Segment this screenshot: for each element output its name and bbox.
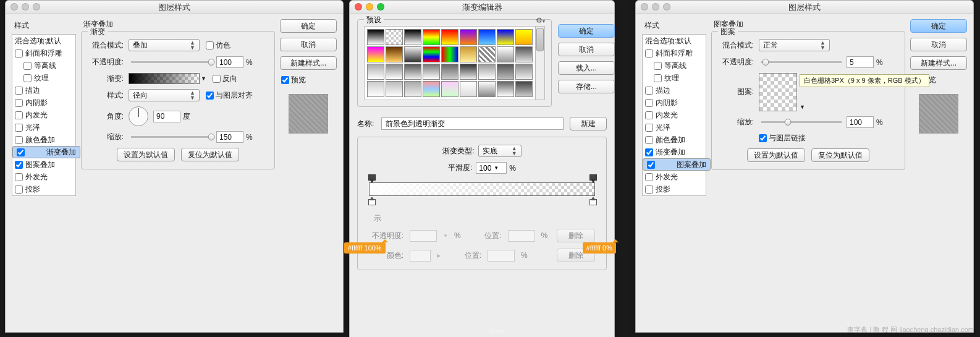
pattern-swatch[interactable] (759, 73, 797, 111)
load-button[interactable]: 载入... (558, 61, 615, 75)
traffic-zoom-icon[interactable] (33, 3, 40, 11)
traffic-zoom-icon[interactable] (377, 3, 384, 11)
sidebar-item[interactable]: 图案叠加 (643, 158, 711, 171)
preset-swatch[interactable] (404, 64, 421, 80)
preset-swatch[interactable] (404, 81, 421, 97)
scrollbar[interactable] (536, 26, 545, 100)
traffic-min-icon[interactable] (366, 3, 373, 11)
opacity-stop-left[interactable] (368, 174, 374, 182)
preset-swatch[interactable] (478, 29, 496, 45)
sidebar-item[interactable]: 光泽 (643, 121, 706, 134)
styles-list[interactable]: 混合选项:默认斜面和浮雕等高线纹理描边内阴影内发光光泽颜色叠加渐变叠加图案叠加外… (12, 34, 76, 196)
cancel-button[interactable]: 取消 (280, 38, 337, 51)
gradient-bar[interactable] (369, 182, 595, 197)
sidebar-item[interactable]: 混合选项:默认 (12, 35, 75, 47)
opacity-stop-right[interactable] (589, 174, 596, 182)
scale-slider[interactable] (761, 121, 842, 123)
sidebar-item[interactable]: 内发光 (643, 109, 706, 121)
preset-swatch[interactable] (386, 81, 403, 97)
preset-swatch[interactable] (441, 46, 458, 62)
preset-swatch[interactable] (404, 29, 421, 45)
traffic-min-icon[interactable] (22, 3, 29, 11)
traffic-close-icon[interactable] (11, 3, 18, 11)
align-checkbox[interactable]: 与图层对齐 (206, 90, 253, 101)
sidebar-item[interactable]: 描边 (12, 84, 75, 96)
preset-swatch[interactable] (441, 64, 458, 80)
preset-grid[interactable] (364, 26, 536, 100)
save-button[interactable]: 存储... (558, 80, 615, 93)
sidebar-item[interactable]: 投影 (643, 183, 706, 195)
ok-button[interactable]: 确定 (558, 24, 615, 38)
preset-swatch[interactable] (478, 46, 496, 62)
preset-swatch[interactable] (515, 29, 533, 45)
preset-swatch[interactable] (478, 64, 496, 80)
sidebar-item[interactable]: 纹理 (12, 72, 75, 84)
opacity-slider[interactable] (761, 61, 842, 63)
traffic-min-icon[interactable] (652, 3, 659, 11)
sidebar-item[interactable]: 内发光 (12, 109, 75, 121)
sidebar-item[interactable]: 颜色叠加 (643, 134, 706, 146)
color-stop-left[interactable] (368, 198, 374, 205)
make-default-button[interactable]: 设置为默认值 (747, 148, 805, 162)
sidebar-item[interactable]: 斜面和浮雕 (12, 47, 75, 59)
preset-swatch[interactable] (386, 46, 403, 62)
traffic-close-icon[interactable] (641, 3, 648, 11)
opacity-slider[interactable] (131, 61, 211, 63)
gradient-type-select[interactable]: 实底▲▼ (478, 145, 522, 157)
preset-swatch[interactable] (441, 29, 458, 45)
preset-swatch[interactable] (478, 81, 496, 97)
sidebar-item[interactable]: 渐变叠加 (643, 146, 706, 158)
gradient-swatch[interactable] (129, 73, 200, 84)
sidebar-item[interactable]: 等高线 (643, 59, 706, 72)
sidebar-item[interactable]: 光泽 (12, 121, 75, 134)
preset-swatch[interactable] (404, 46, 421, 62)
dither-checkbox[interactable]: 仿色 (206, 40, 230, 51)
traffic-zoom-icon[interactable] (663, 3, 670, 11)
preset-swatch[interactable] (386, 29, 403, 45)
blend-mode-select[interactable]: 正常▲▼ (759, 39, 830, 51)
reverse-checkbox[interactable]: 反向 (213, 74, 237, 84)
preset-swatch[interactable] (423, 81, 440, 97)
new-style-button[interactable]: 新建样式... (280, 56, 337, 70)
preset-swatch[interactable] (460, 46, 477, 62)
style-select[interactable]: 径向▲▼ (129, 89, 200, 101)
new-button[interactable]: 新建 (570, 117, 607, 130)
scale-input[interactable]: 100 (847, 116, 874, 128)
preset-swatch[interactable] (497, 46, 514, 62)
preset-swatch[interactable] (423, 64, 440, 80)
preset-swatch[interactable] (460, 29, 477, 45)
scale-input[interactable]: 150 (216, 131, 243, 143)
chevron-down-icon[interactable]: ▼ (800, 104, 805, 110)
cancel-button[interactable]: 取消 (558, 43, 615, 56)
preset-swatch[interactable] (460, 81, 477, 97)
preset-swatch[interactable] (367, 64, 384, 80)
opacity-input[interactable]: 5 (847, 56, 874, 68)
gear-icon[interactable]: ⚙▾ (536, 16, 545, 25)
sidebar-item[interactable]: 斜面和浮雕 (643, 47, 706, 59)
sidebar-item[interactable]: 等高线 (12, 59, 75, 72)
angle-input[interactable]: 90 (153, 111, 180, 122)
sidebar-item[interactable]: 外发光 (643, 171, 706, 183)
cancel-button[interactable]: 取消 (910, 38, 967, 51)
ok-button[interactable]: 确定 (280, 19, 337, 33)
preset-swatch[interactable] (497, 81, 514, 97)
link-checkbox[interactable]: 与图层链接 (759, 133, 806, 143)
preset-swatch[interactable] (515, 81, 533, 97)
name-input[interactable]: 前景色到透明渐变 (381, 117, 564, 130)
sidebar-item[interactable]: 描边 (643, 84, 706, 96)
sidebar-item[interactable]: 内阴影 (643, 96, 706, 109)
new-style-button[interactable]: 新建样式... (910, 56, 967, 70)
reset-default-button[interactable]: 复位为默认值 (181, 148, 239, 161)
sidebar-item[interactable]: 颜色叠加 (12, 134, 75, 146)
preset-swatch[interactable] (367, 29, 384, 45)
traffic-close-icon[interactable] (355, 3, 362, 11)
sidebar-item[interactable]: 外发光 (12, 171, 75, 183)
preset-swatch[interactable] (367, 81, 384, 97)
preset-swatch[interactable] (497, 29, 514, 45)
opacity-input[interactable]: 100 (216, 56, 243, 68)
preset-swatch[interactable] (460, 64, 477, 80)
preset-swatch[interactable] (423, 29, 440, 45)
blend-mode-select[interactable]: 叠加▲▼ (129, 39, 200, 51)
preset-swatch[interactable] (515, 64, 533, 80)
scale-slider[interactable] (131, 136, 211, 138)
